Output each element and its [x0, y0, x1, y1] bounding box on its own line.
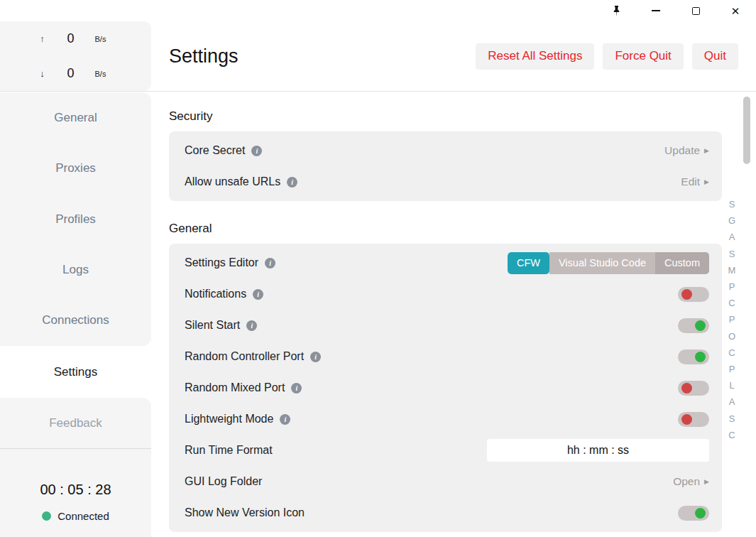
- rail-letter-7-p[interactable]: P: [729, 311, 735, 327]
- security-section-title: Security: [169, 109, 756, 124]
- settings-editor-row: Settings EditoriCFWVisual Studio CodeCus…: [169, 247, 722, 278]
- gui-log-folder-row: GUI Log FolderOpen▶: [169, 466, 722, 497]
- random-controller-port-info-icon[interactable]: i: [310, 352, 321, 362]
- up-arrow-icon: ↑: [38, 33, 47, 44]
- header-divider: [0, 91, 756, 92]
- sidebar-item-connections[interactable]: Connections: [0, 295, 151, 346]
- maximize-icon: [692, 7, 700, 15]
- minimize-icon: [652, 10, 660, 11]
- link-label: Update: [664, 144, 700, 157]
- rail-letter-10-p[interactable]: P: [729, 361, 735, 377]
- sidebar-item-profiles[interactable]: Profiles: [0, 194, 151, 244]
- sidebar-item-logs[interactable]: Logs: [0, 244, 151, 295]
- sidebar-item-general[interactable]: General: [0, 92, 151, 143]
- reset-all-settings-button[interactable]: Reset All Settings: [476, 43, 594, 70]
- rail-letter-13-s[interactable]: S: [729, 411, 735, 427]
- silent-start-row: Silent Starti: [169, 310, 722, 341]
- run-time-format-row: Run Time Format: [169, 435, 722, 466]
- row-label-group: Allow unsafe URLsi: [185, 175, 297, 188]
- run-time-format-input[interactable]: [487, 439, 709, 462]
- general-card: Settings EditoriCFWVisual Studio CodeCus…: [169, 244, 722, 532]
- toggle-knob: [695, 508, 706, 519]
- segment-cfw[interactable]: CFW: [508, 252, 549, 274]
- edit-link[interactable]: Edit▶: [681, 175, 709, 188]
- rail-letter-14-c[interactable]: C: [728, 427, 735, 443]
- silent-start-toggle[interactable]: [678, 318, 709, 333]
- rail-letter-5-p[interactable]: P: [729, 278, 735, 295]
- notifications-toggle[interactable]: [678, 287, 709, 302]
- segment-custom[interactable]: Custom: [655, 252, 709, 274]
- settings-editor-info-icon[interactable]: i: [265, 258, 275, 268]
- open-link[interactable]: Open▶: [673, 475, 709, 488]
- main-header: Settings Reset All SettingsForce QuitQui…: [151, 21, 756, 91]
- silent-start-info-icon[interactable]: i: [246, 320, 257, 331]
- row-label: GUI Log Folder: [185, 475, 262, 488]
- allow-unsafe-urls-info-icon[interactable]: i: [287, 177, 297, 188]
- row-label-group: Random Mixed Porti: [185, 381, 302, 394]
- chevron-right-icon: ▶: [704, 178, 709, 185]
- random-mixed-port-row: Random Mixed Porti: [169, 372, 722, 403]
- row-label: Allow unsafe URLs: [185, 175, 280, 188]
- rail-letter-4-m[interactable]: M: [728, 262, 736, 278]
- row-label: Core Secret: [185, 144, 245, 157]
- maximize-button[interactable]: [676, 0, 716, 21]
- upload-stat: ↑0B/s: [0, 21, 151, 56]
- sidebar-item-settings[interactable]: Settings: [0, 346, 151, 398]
- rail-letter-6-c[interactable]: C: [728, 295, 735, 311]
- quit-button[interactable]: Quit: [692, 43, 738, 70]
- show-new-version-icon-row: Show New Version Icon: [169, 497, 722, 528]
- force-quit-button[interactable]: Force Quit: [603, 43, 683, 70]
- show-new-version-icon-toggle[interactable]: [678, 506, 709, 521]
- stat-value: 0: [64, 31, 78, 46]
- down-arrow-icon: ↓: [38, 68, 47, 79]
- row-label: Show New Version Icon: [185, 506, 305, 519]
- pin-button[interactable]: [596, 0, 636, 21]
- download-stat: ↓0B/s: [0, 56, 151, 91]
- row-label: Run Time Format: [185, 444, 273, 457]
- sidebar-item-feedback[interactable]: Feedback: [0, 398, 151, 448]
- random-mixed-port-toggle[interactable]: [678, 381, 709, 396]
- header-buttons: Reset All SettingsForce QuitQuit: [476, 43, 738, 70]
- rail-letter-0-s[interactable]: S: [729, 196, 735, 212]
- rail-letter-11-l[interactable]: L: [729, 377, 734, 394]
- rail-letter-3-s[interactable]: S: [729, 246, 735, 262]
- lightweight-mode-info-icon[interactable]: i: [280, 414, 290, 425]
- allow-unsafe-urls-row: Allow unsafe URLsiEdit▶: [169, 166, 722, 197]
- sidebar-nav-bottom: Feedback: [0, 398, 151, 448]
- sidebar: ↑0B/s↓0B/s GeneralProxiesProfilesLogsCon…: [0, 21, 151, 537]
- security-card: Core SecretiUpdate▶Allow unsafe URLsiEdi…: [169, 131, 722, 201]
- link-label: Edit: [681, 175, 700, 188]
- toggle-knob: [681, 289, 692, 300]
- settings-content: SecurityCore SecretiUpdate▶Allow unsafe …: [151, 92, 756, 537]
- sidebar-bottom: Feedback 00 : 05 : 28 Connected: [0, 398, 151, 537]
- rail-letter-8-o[interactable]: O: [728, 328, 735, 345]
- index-rail: SGASMPCPOCPLASC: [726, 196, 738, 443]
- rail-letter-1-g[interactable]: G: [728, 212, 735, 229]
- rail-letter-12-a[interactable]: A: [729, 394, 735, 410]
- toggle-knob: [695, 352, 706, 362]
- stat-unit: B/s: [95, 35, 114, 43]
- row-label: Lightweight Mode: [185, 413, 273, 425]
- random-controller-port-toggle[interactable]: [678, 349, 709, 364]
- close-button[interactable]: ✕: [716, 0, 755, 21]
- segment-visual-studio-code[interactable]: Visual Studio Code: [549, 252, 655, 274]
- scrollbar-thumb[interactable]: [743, 97, 750, 164]
- core-secret-info-icon[interactable]: i: [251, 146, 262, 156]
- lightweight-mode-toggle[interactable]: [678, 412, 709, 427]
- rail-letter-9-c[interactable]: C: [728, 345, 735, 361]
- page-title: Settings: [169, 45, 239, 67]
- core-secret-row: Core SecretiUpdate▶: [169, 135, 722, 166]
- main-panel: Settings Reset All SettingsForce QuitQui…: [151, 21, 756, 537]
- notifications-info-icon[interactable]: i: [253, 289, 263, 300]
- row-label: Settings Editor: [185, 256, 258, 269]
- minimize-button[interactable]: [636, 0, 676, 21]
- sidebar-item-proxies[interactable]: Proxies: [0, 143, 151, 193]
- random-mixed-port-info-icon[interactable]: i: [291, 383, 302, 394]
- row-label: Random Controller Port: [185, 350, 304, 363]
- update-link[interactable]: Update▶: [664, 144, 709, 157]
- uptime-timer: 00 : 05 : 28: [0, 482, 151, 498]
- notifications-row: Notificationsi: [169, 278, 722, 310]
- toggle-knob: [681, 414, 692, 425]
- row-label-group: Core Secreti: [185, 144, 262, 157]
- rail-letter-2-a[interactable]: A: [729, 229, 735, 245]
